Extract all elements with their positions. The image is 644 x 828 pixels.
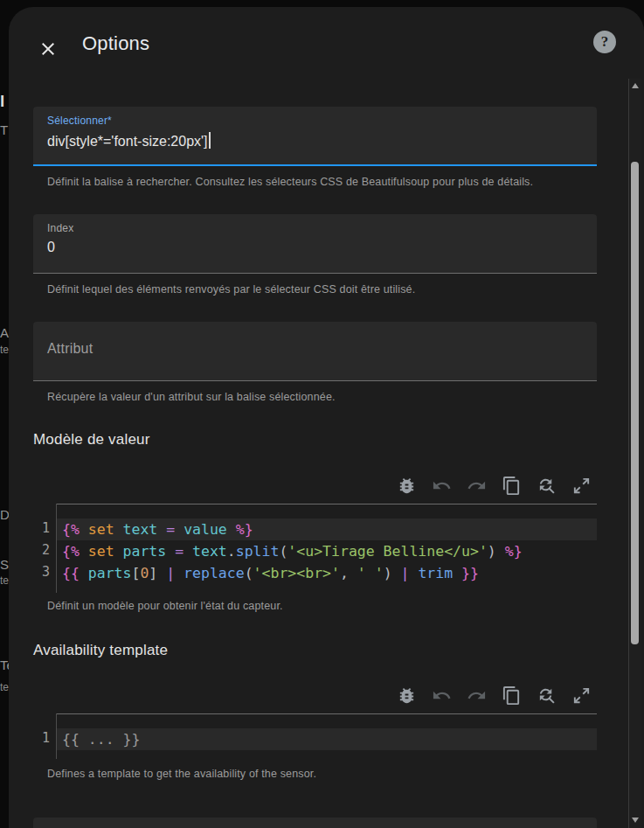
backdrop-text-fragment: te [0,342,9,358]
line-number: 2 [33,539,56,561]
attribute-field-label: Attribut [47,341,93,357]
availability-template-code-editor[interactable]: 1 {{ ... }} [33,713,597,759]
value-template-editor: 123 {% set text = value %}{% set parts =… [33,469,597,593]
backdrop-text-fragment: te [0,573,9,588]
next-field-partial[interactable] [33,818,597,828]
debug-bug-icon[interactable] [397,476,417,496]
scrollbar-thumb[interactable] [631,162,639,644]
attribute-field-helper: Récupère la valeur d'un attribut sur la … [47,390,589,404]
scroll-up-icon[interactable] [632,83,639,88]
selector-field[interactable]: Sélectionner* div[style*='font-size:20px… [33,107,597,166]
expand-icon[interactable] [571,476,592,496]
dialog-title: Options [82,32,149,55]
backdrop-text-fragment: te [0,679,9,695]
attribute-field[interactable]: Attribut [33,322,597,381]
close-icon [38,38,59,59]
index-field-helper: Définit lequel des éléments renvoyés par… [47,282,589,296]
editor-toolbar [33,678,597,712]
scrollbar[interactable] [628,79,641,828]
backdrop-text-fragment: Ar [0,325,9,341]
code-lines[interactable]: {{ ... }} [57,713,597,759]
availability-template-helper: Defines a template to get the availabili… [47,767,589,781]
copy-icon[interactable] [502,685,522,706]
code-line[interactable]: {% set text = value %} [57,518,597,540]
value-template-code-editor[interactable]: 123 {% set text = value %}{% set parts =… [33,504,597,593]
expand-icon[interactable] [571,685,592,706]
backdrop-text-fragment: l [0,94,9,109]
code-line[interactable]: {{ ... }} [57,728,597,750]
backdrop-text-fragment: De [0,507,9,523]
copy-icon[interactable] [502,476,522,496]
code-line[interactable]: {{ parts[0] | replace('<br><br>', ' ') |… [57,562,597,584]
line-number: 3 [33,561,56,583]
find-replace-icon[interactable] [537,476,557,496]
code-line[interactable]: {% set parts = text.split('<u>Tirage Bel… [57,540,597,562]
value-template-heading: Modèle de valeur [33,431,150,449]
editor-toolbar [33,469,597,502]
line-number: 1 [33,518,56,539]
value-template-helper: Définit un modèle pour obtenir l'état du… [47,599,589,613]
undo-icon[interactable] [432,476,452,496]
options-dialog: Options ? Sélectionner* div[style*='font… [9,7,644,828]
code-lines[interactable]: {% set text = value %}{% set parts = tex… [57,504,597,593]
close-button[interactable] [31,32,65,66]
scroll-down-icon[interactable] [632,818,639,823]
debug-bug-icon[interactable] [397,685,417,706]
line-number: 1 [33,727,56,749]
backdrop-text-fragment: Te [0,658,9,673]
backdrop-text-fragment: T [0,122,9,138]
selector-field-label: Sélectionner* [47,115,112,127]
selector-field-helper: Définit la balise à rechercher. Consulte… [47,175,589,189]
help-icon: ? [601,33,609,50]
redo-icon[interactable] [467,476,487,496]
index-field-label: Index [47,222,73,234]
help-button[interactable]: ? [593,31,616,53]
availability-template-editor: 1 {{ ... }} [33,678,597,759]
line-number-gutter: 1 [33,713,57,759]
undo-icon[interactable] [432,685,452,706]
selector-field-value: div[style*='font-size:20px'] [47,132,211,150]
availability-template-heading: Availability template [33,642,168,659]
redo-icon[interactable] [467,685,487,706]
index-field[interactable]: Index 0 [33,214,597,274]
line-number-gutter: 123 [33,504,57,593]
backdrop-text-fragment: Sa [0,557,9,573]
find-replace-icon[interactable] [537,685,557,706]
index-field-value: 0 [47,240,55,255]
text-cursor [209,132,211,149]
